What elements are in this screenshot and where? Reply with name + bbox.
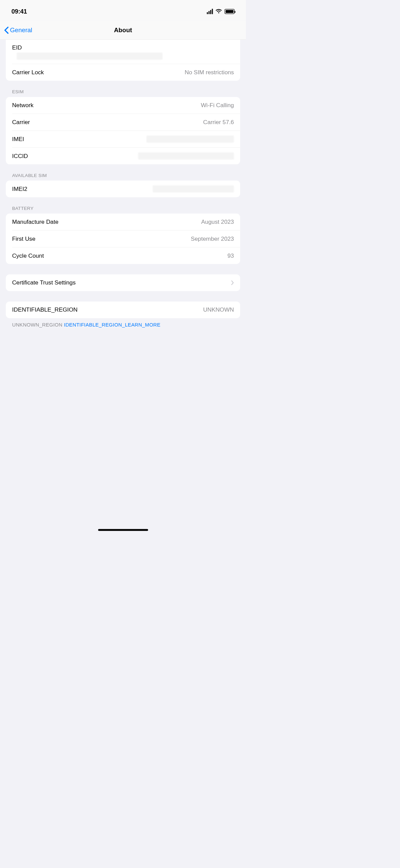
status-indicators <box>207 8 235 15</box>
page-title: About <box>114 26 132 34</box>
row-network[interactable]: Network Wi-Fi Calling <box>6 97 240 114</box>
section-battery: Manufacture Date August 2023 First Use S… <box>6 214 240 264</box>
cellular-icon <box>207 9 213 14</box>
carrier-label: Carrier <box>12 119 30 126</box>
manufacture-date-value: August 2023 <box>201 219 234 225</box>
carrier-lock-label: Carrier Lock <box>12 69 44 76</box>
region-label: IDENTIFIABLE_REGION <box>12 307 78 313</box>
row-carrier-lock[interactable]: Carrier Lock No SIM restrictions <box>6 64 240 81</box>
back-label: General <box>10 26 33 34</box>
iccid-label: ICCID <box>12 153 28 159</box>
battery-header: BATTERY <box>6 197 240 214</box>
network-label: Network <box>12 102 34 109</box>
section-esim: Network Wi-Fi Calling Carrier Carrier 57… <box>6 97 240 164</box>
first-use-label: First Use <box>12 235 36 242</box>
cycle-count-label: Cycle Count <box>12 252 44 259</box>
carrier-lock-value: No SIM restrictions <box>185 69 234 76</box>
wifi-icon <box>215 8 222 15</box>
carrier-value: Carrier 57.6 <box>203 119 234 126</box>
status-time: 09:41 <box>12 8 27 15</box>
chevron-right-icon <box>231 280 234 285</box>
row-first-use[interactable]: First Use September 2023 <box>6 231 240 247</box>
row-imei[interactable]: IMEI <box>6 131 240 147</box>
row-iccid[interactable]: ICCID <box>6 147 240 164</box>
row-eid[interactable]: EID <box>6 40 240 65</box>
region-learn-more-link[interactable]: IDENTIFIABLE_REGION_LEARN_MORE <box>64 322 161 328</box>
section-available-sim: IMEI2 <box>6 181 240 197</box>
certificate-trust-label: Certificate Trust Settings <box>12 279 76 286</box>
eid-label: EID <box>12 44 22 51</box>
cycle-count-value: 93 <box>227 252 234 259</box>
imei-label: IMEI <box>12 136 24 142</box>
row-cycle-count[interactable]: Cycle Count 93 <box>6 247 240 264</box>
esim-header: ESIM <box>6 81 240 97</box>
battery-icon <box>225 9 235 14</box>
iccid-redacted <box>138 153 234 160</box>
section-top: EID Carrier Lock No SIM restrictions <box>6 40 240 81</box>
row-certificate-trust[interactable]: Certificate Trust Settings <box>6 274 240 291</box>
region-footer: UNKNOWN_REGION IDENTIFIABLE_REGION_LEARN… <box>6 318 240 328</box>
nav-bar: General About <box>0 21 246 40</box>
home-indicator[interactable] <box>98 529 148 531</box>
imei2-label: IMEI2 <box>12 185 27 192</box>
section-region: IDENTIFIABLE_REGION UNKNOWN <box>6 301 240 318</box>
status-bar: 09:41 <box>0 0 246 21</box>
region-value: UNKNOWN <box>203 307 234 313</box>
section-certificate: Certificate Trust Settings <box>6 274 240 291</box>
imei2-redacted <box>153 185 234 193</box>
row-carrier[interactable]: Carrier Carrier 57.6 <box>6 114 240 131</box>
row-imei2[interactable]: IMEI2 <box>6 181 240 197</box>
eid-redacted <box>17 53 163 60</box>
available-sim-header: AVAILABLE SIM <box>6 164 240 181</box>
first-use-value: September 2023 <box>191 235 234 242</box>
region-footer-prefix: UNKNOWN_REGION <box>12 322 64 328</box>
network-value: Wi-Fi Calling <box>201 102 234 109</box>
row-identifiable-region[interactable]: IDENTIFIABLE_REGION UNKNOWN <box>6 301 240 318</box>
manufacture-date-label: Manufacture Date <box>12 219 59 225</box>
chevron-left-icon <box>4 26 9 34</box>
imei-redacted <box>146 136 234 143</box>
back-button[interactable]: General <box>4 26 32 34</box>
row-manufacture-date[interactable]: Manufacture Date August 2023 <box>6 214 240 230</box>
